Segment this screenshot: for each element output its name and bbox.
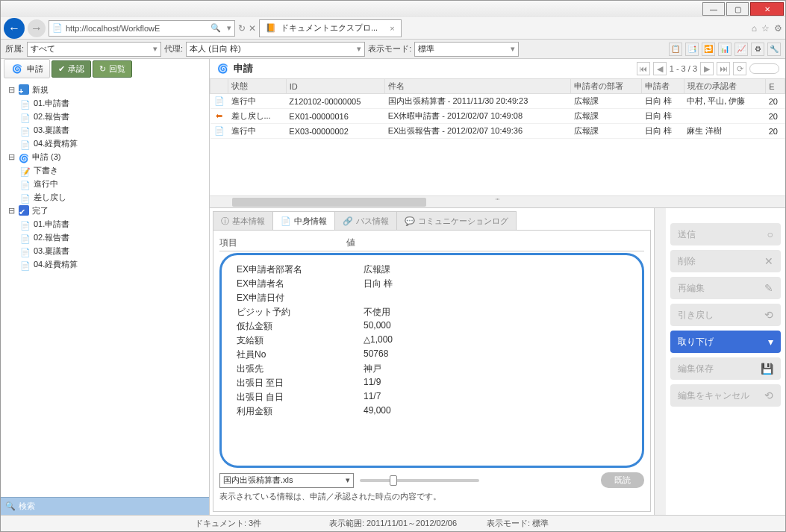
table-row[interactable]: ⬅ 差し戻し... EX01-00000016 EX休暇申請書 - 2012/0… xyxy=(210,109,785,124)
proxy-select[interactable]: 本人 (日向 梓)▾ xyxy=(186,42,365,57)
favorite-icon[interactable]: ☆ xyxy=(761,23,770,34)
row-status: 差し戻し... xyxy=(228,109,287,124)
tab-path[interactable]: 🔗パス情報 xyxy=(334,211,397,230)
table-row[interactable]: 📄 進行中 EX03-00000002 EX出張報告書 - 2012/02/07… xyxy=(210,124,785,139)
tree-node-new[interactable]: ⊟+新規 xyxy=(7,83,206,96)
tab-content[interactable]: 📄中身情報 xyxy=(272,211,335,230)
maximize-button[interactable]: ▢ xyxy=(726,2,749,16)
scroll-thumb[interactable] xyxy=(232,198,426,207)
dropdown-icon[interactable]: ▾ xyxy=(227,23,231,33)
col-requester[interactable]: 申請者 xyxy=(642,79,684,94)
row-requester: 日向 梓 xyxy=(642,109,684,124)
tree-item-label: 01.申請書 xyxy=(34,217,69,231)
affil-select[interactable]: すべて▾ xyxy=(27,42,161,57)
home-icon[interactable]: ⌂ xyxy=(752,23,757,34)
col-e[interactable]: E xyxy=(766,79,785,94)
col-dept[interactable]: 申請者の部署 xyxy=(571,79,642,94)
sidebar-search[interactable]: 🔍 検索 xyxy=(1,497,209,515)
slider-knob[interactable] xyxy=(390,475,397,486)
tool-icon-3[interactable]: 🔁 xyxy=(702,43,715,56)
detail-row: 出張先神戸 xyxy=(237,362,627,376)
minimize-button[interactable]: — xyxy=(702,2,725,16)
row-requester: 日向 梓 xyxy=(642,94,684,109)
tab-title: ドキュメントエクスプロ... xyxy=(281,22,378,34)
read-button[interactable]: 既読 xyxy=(601,472,644,488)
pager-refresh[interactable]: ⟳ xyxy=(733,62,746,75)
tree-item[interactable]: 📄01.申請書 xyxy=(20,217,206,231)
tool-icon-1[interactable]: 📋 xyxy=(669,43,682,56)
col-icon[interactable] xyxy=(210,79,228,94)
tree-item[interactable]: 📄02.報告書 xyxy=(20,110,206,123)
nav-tree: ⊟+新規 📄01.申請書 📄02.報告書 📄03.稟議書 📄04.経費精算 ⊟🌀… xyxy=(1,78,209,497)
tree-item[interactable]: 📄01.申請書 xyxy=(20,96,206,110)
tree-item[interactable]: 📝下書き xyxy=(20,163,206,177)
v-scrollbar[interactable] xyxy=(654,208,666,515)
action-withdraw-label: 取り下げ xyxy=(678,336,714,348)
sidebar-tab-apply[interactable]: 🌀 申請 xyxy=(4,59,50,78)
col-status[interactable]: 状態 xyxy=(228,79,287,94)
action-cancel-label: 編集をキャンセル xyxy=(678,389,749,402)
tree-item-label: 01.申請書 xyxy=(34,96,69,110)
browser-tab[interactable]: 📙 ドキュメントエクスプロ... × xyxy=(259,19,402,37)
pager-last[interactable]: ⏭ xyxy=(717,62,730,75)
gear-icon[interactable]: ⚙ xyxy=(774,23,782,34)
tree-item[interactable]: 📄03.稟議書 xyxy=(20,123,206,137)
tree-item[interactable]: 📄02.報告書 xyxy=(20,231,206,244)
col-id[interactable]: ID xyxy=(286,79,384,94)
col-approver[interactable]: 現在の承認者 xyxy=(684,79,766,94)
tab-close-icon[interactable]: × xyxy=(390,24,394,33)
tree-item[interactable]: 📄04.経費精算 xyxy=(20,257,206,271)
info-icon: ⓘ xyxy=(221,216,229,227)
zoom-slider[interactable] xyxy=(360,479,479,482)
refresh-icon[interactable]: ↻ xyxy=(238,23,246,34)
window-titlebar: — ▢ ✕ xyxy=(1,1,785,17)
tree-node-apply[interactable]: ⊟🌀申請 (3) xyxy=(7,150,206,163)
h-scrollbar[interactable]: ''' xyxy=(210,195,785,207)
tool-icon-4[interactable]: 📊 xyxy=(718,43,732,56)
tab-basic[interactable]: ⓘ基本情報 xyxy=(213,211,273,230)
search-icon: 🔍 xyxy=(5,501,16,511)
sidebar-tab-circulate[interactable]: ↻ 回覧 xyxy=(93,60,132,78)
pager-first[interactable]: ⏮ xyxy=(637,62,650,75)
action-withdraw[interactable]: 取り下げ▾ xyxy=(670,331,781,353)
detail-col-val: 値 xyxy=(346,237,355,249)
tool-icon-5[interactable]: 📈 xyxy=(734,43,748,56)
search-icon[interactable]: 🔍 xyxy=(210,23,221,33)
mode-select[interactable]: 標準▾ xyxy=(414,42,519,57)
tree-item[interactable]: 📄差し戻し xyxy=(20,190,206,204)
sidebar-tab-approve[interactable]: ✔ 承認 xyxy=(52,60,91,78)
pager-toggle[interactable] xyxy=(749,63,779,74)
tree-item[interactable]: 📄03.稟議書 xyxy=(20,244,206,257)
tool-icon-2[interactable]: 📑 xyxy=(685,43,699,56)
table-row[interactable]: 📄 進行中 Z120102-00000005 国内出張精算書 - 2011/11… xyxy=(210,94,785,109)
tree-item[interactable]: 📄進行中 xyxy=(20,177,206,190)
row-status: 進行中 xyxy=(228,124,287,139)
tree-node-done[interactable]: ⊟✔完了 xyxy=(7,204,206,217)
detail-key: EX申請者名 xyxy=(237,278,364,290)
tree-item-label: 下書き xyxy=(34,163,58,177)
tool-icon-6[interactable]: ⚙ xyxy=(751,43,764,56)
pager-next[interactable]: ▶ xyxy=(700,62,714,75)
pager-prev[interactable]: ◀ xyxy=(653,62,667,75)
url-box[interactable]: 📄 http://localhost/WorkflowE 🔍 ▾ xyxy=(49,20,235,37)
back-button[interactable]: ← xyxy=(4,18,25,39)
tool-icon-7[interactable]: 🔧 xyxy=(767,43,781,56)
detail-key: EX申請者部署名 xyxy=(237,263,364,276)
row-icon: 📄 xyxy=(210,124,228,139)
sidebar: 🌀 申請 ✔ 承認 ↻ 回覧 ⊟+新規 📄01.申請書 📄02.報告 xyxy=(1,59,210,515)
detail-footer-note: 表示されている情報は、申請／承認された時点の内容です。 xyxy=(219,488,644,505)
detail-value: 広報課 xyxy=(364,263,390,276)
tab-comm[interactable]: 💬コミュニケーションログ xyxy=(396,211,517,230)
action-save: 編集保存💾 xyxy=(670,357,781,380)
row-status: 進行中 xyxy=(228,94,287,109)
attachment-select[interactable]: 国内出張精算書.xls▾ xyxy=(219,473,354,488)
close-button[interactable]: ✕ xyxy=(750,2,784,16)
tree-item[interactable]: 📄04.経費精算 xyxy=(20,137,206,150)
forward-button[interactable]: → xyxy=(28,19,46,37)
col-subject[interactable]: 件名 xyxy=(385,79,571,94)
sidebar-search-label: 検索 xyxy=(19,501,35,512)
comm-icon: 💬 xyxy=(405,216,415,226)
stop-icon[interactable]: ✕ xyxy=(249,23,256,34)
sidebar-tab-apply-label: 申請 xyxy=(27,63,43,75)
detail-row: 利用金額49,000 xyxy=(237,404,627,419)
